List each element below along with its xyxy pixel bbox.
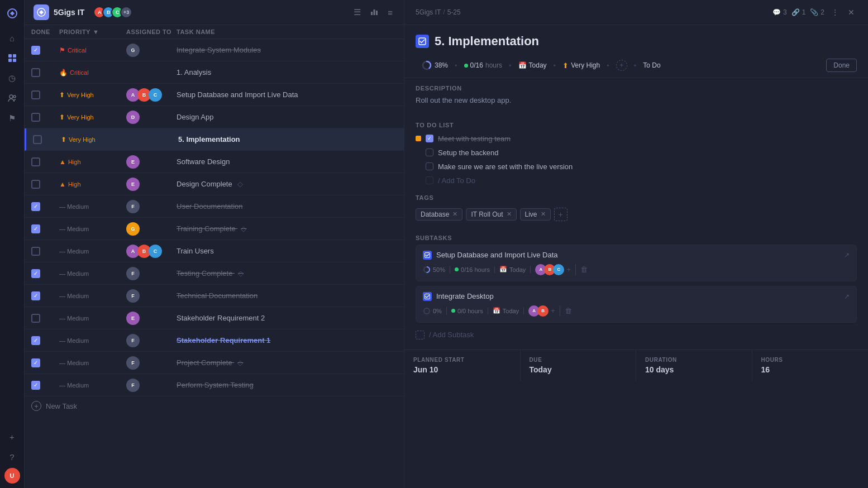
task-checkbox[interactable] [31, 113, 40, 122]
add-todo-row[interactable]: / Add To Do [416, 174, 857, 188]
new-task-row[interactable]: + New Task [25, 396, 404, 415]
priority-badge: ⬆ Very High [59, 113, 126, 121]
milestone-icon: ◇ [237, 358, 243, 367]
table-row[interactable]: ▲ High E Software Design [25, 151, 404, 173]
table-row[interactable]: ✓ — Medium F Project Complete ◇ [25, 352, 404, 374]
task-checkbox[interactable]: ✓ [31, 269, 40, 278]
subtask-name: Setup Database and Import Live Data [436, 251, 840, 259]
table-row[interactable]: ✓ — Medium F Technical Documentation [25, 285, 404, 307]
add-subtask-assignee-icon[interactable]: + [551, 307, 555, 315]
users-icon[interactable] [3, 89, 21, 107]
breadcrumb-sprint[interactable]: 5-25 [447, 8, 461, 16]
tag-remove-icon[interactable]: ✕ [452, 210, 457, 218]
clock-icon[interactable]: ◷ [3, 69, 21, 87]
todo-text: Make sure we are set with the live versi… [438, 162, 573, 171]
task-checkbox[interactable]: ✓ [31, 381, 40, 390]
subtask-checkbox[interactable] [423, 251, 432, 260]
assignee-avatar: C [149, 88, 162, 102]
task-checkbox[interactable] [33, 135, 42, 144]
stat-hours: HOURS 16 [752, 350, 869, 381]
priority-badge: ⚑ Critical [59, 46, 126, 54]
add-icon[interactable]: + [3, 428, 21, 446]
subtask-progress: 50% [423, 266, 450, 274]
table-row[interactable]: — Medium A B C Train Users [25, 240, 404, 262]
table-row[interactable]: ✓ — Medium F User Documentation [25, 195, 404, 218]
grid-icon[interactable] [3, 49, 21, 67]
table-row[interactable]: ✓ — Medium F Perform System Testing [25, 374, 404, 396]
table-row[interactable]: ✓ ⚑ Critical G Integrate System Modules [25, 39, 404, 61]
table-row[interactable]: ✓ — Medium G Training Complete ◇ [25, 218, 404, 240]
task-checkbox[interactable]: ✓ [31, 224, 40, 233]
home-icon[interactable]: ⌂ [3, 29, 21, 47]
table-row[interactable]: ⬆ Very High A B C Setup Database and Imp… [25, 84, 404, 106]
svg-rect-1 [8, 54, 12, 58]
list-icon[interactable]: ≡ [385, 6, 395, 20]
close-icon[interactable]: ✕ [846, 6, 857, 19]
task-checkbox[interactable] [31, 180, 40, 189]
task-checkbox[interactable]: ✓ [31, 336, 40, 345]
task-checkbox[interactable] [31, 247, 40, 256]
table-row[interactable]: ⬆ Very High D Design App [25, 106, 404, 128]
tag-database[interactable]: Database ✕ [416, 208, 462, 221]
external-link-icon[interactable]: ↗ [844, 293, 850, 300]
profile-icon[interactable]: U [4, 468, 20, 484]
table-row[interactable]: ⬆ Very High 5. Implementation [25, 128, 404, 151]
task-checkbox[interactable] [31, 90, 40, 99]
todo-item[interactable]: ✓ Meet with testing team [416, 132, 857, 146]
external-link-icon[interactable]: ↗ [844, 251, 850, 259]
add-tag-button[interactable]: + [554, 208, 567, 221]
breadcrumb-project[interactable]: 5Gigs IT [416, 8, 441, 16]
task-checkbox[interactable]: ✓ [31, 291, 40, 300]
task-checkbox[interactable]: ✓ [31, 358, 40, 367]
table-row[interactable]: ✓ — Medium F Testing Complete ◇ [25, 262, 404, 285]
todo-item[interactable]: Make sure we are set with the live versi… [416, 160, 857, 174]
fire-icon: 🔥 [59, 69, 68, 76]
add-subtask-assignee-icon[interactable]: + [566, 265, 571, 274]
task-checkbox[interactable] [31, 157, 40, 166]
hours-meta[interactable]: 0/16 hours [459, 59, 508, 71]
flag-icon[interactable]: ⚑ [3, 109, 21, 127]
tag-remove-icon[interactable]: ✕ [541, 210, 546, 218]
tag-remove-icon[interactable]: ✕ [507, 210, 512, 218]
tag-it-roll-out[interactable]: IT Roll Out ✕ [466, 208, 516, 221]
table-row[interactable]: ▲ High E Design Complete ◇ [25, 173, 404, 195]
due-label: DUE [530, 357, 627, 363]
add-subtask-row[interactable]: / Add Subtask [416, 327, 857, 343]
todo-checkbox[interactable] [426, 162, 433, 170]
done-button[interactable]: Done [826, 59, 857, 72]
subtasks-area: Setup Database and Import Live Data ↗ 50… [404, 245, 868, 350]
logo-icon[interactable] [3, 4, 21, 22]
todo-checkbox[interactable]: ✓ [426, 135, 433, 142]
table-row[interactable]: — Medium E Stakeholder Requirement 2 [25, 307, 404, 329]
priority-icon: ⬆ [562, 61, 569, 70]
tag-live[interactable]: Live ✕ [520, 208, 551, 221]
priority-meta[interactable]: ⬆ Very High [557, 59, 605, 72]
assignee-meta[interactable]: + [611, 58, 633, 73]
todo-checkbox[interactable] [426, 149, 433, 156]
task-checkbox[interactable]: ✓ [31, 46, 40, 55]
help-icon[interactable]: ? [3, 448, 21, 466]
delete-subtask-icon[interactable]: 🗑 [580, 265, 588, 274]
task-checkbox[interactable] [31, 68, 40, 77]
task-checkbox[interactable]: ✓ [31, 202, 40, 211]
table-row[interactable]: ✓ — Medium F Stakeholder Requirement 1 [25, 329, 404, 352]
status-meta[interactable]: To Do [637, 59, 666, 71]
subtask-delete: 🗑 [560, 307, 576, 315]
todo-item[interactable]: Setup the backend [416, 146, 857, 160]
more-options-icon[interactable]: ⋮ [829, 6, 841, 19]
chart-icon[interactable] [368, 5, 381, 20]
task-checkbox[interactable] [31, 314, 40, 323]
col-priority[interactable]: PRIORITY ▼ [59, 28, 126, 35]
menu-icon[interactable]: ☰ [351, 5, 363, 20]
assignee-avatar: E [126, 155, 140, 169]
subtask-progress-value: 50% [433, 266, 445, 273]
attachment-count-area: 📎 2 [810, 8, 824, 16]
detail-header: 5Gigs IT / 5-25 💬 3 🔗 1 📎 2 ⋮ [404, 0, 868, 25]
table-row[interactable]: 🔥 Critical 1. Analysis [25, 61, 404, 84]
progress-meta[interactable]: 38% [416, 58, 454, 73]
up-icon: ⬆ [61, 136, 66, 143]
comment-icon: 💬 [772, 8, 781, 16]
due-date-meta[interactable]: 📅 Today [513, 59, 552, 71]
delete-subtask-icon[interactable]: 🗑 [565, 307, 572, 315]
subtask-checkbox[interactable] [423, 292, 432, 301]
